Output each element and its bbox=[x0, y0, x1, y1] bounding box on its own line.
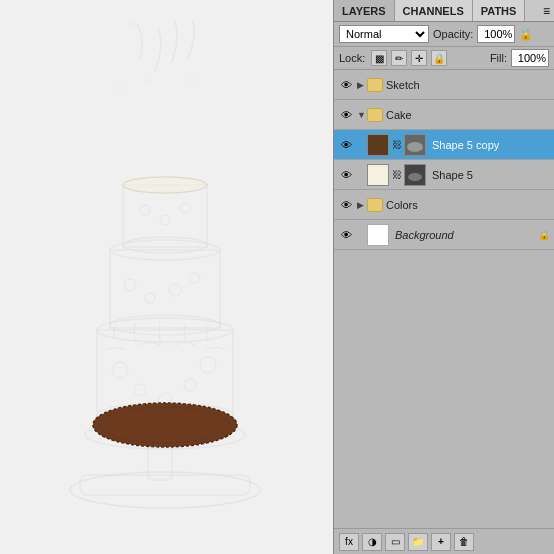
cake-illustration bbox=[20, 20, 310, 530]
svg-point-22 bbox=[190, 273, 200, 283]
svg-rect-17 bbox=[110, 250, 220, 328]
thumb-shape5copy bbox=[367, 134, 389, 156]
canvas-area bbox=[0, 0, 333, 554]
mask-link-shape5copy: ⛓ bbox=[392, 139, 402, 150]
panel-menu-icon[interactable]: ≡ bbox=[543, 4, 550, 18]
layers-panel: LAYERS CHANNELS PATHS ≡ Normal Multiply … bbox=[333, 0, 554, 554]
svg-point-2 bbox=[115, 85, 125, 95]
svg-point-11 bbox=[112, 362, 128, 378]
layer-colors[interactable]: 👁 ▶ Colors bbox=[334, 190, 554, 220]
svg-point-15 bbox=[200, 357, 216, 373]
opacity-input[interactable] bbox=[477, 25, 515, 43]
layers-list: 👁 ▶ Sketch 👁 ▼ Cake 👁 ⛓ Shape 5 copy bbox=[334, 70, 554, 528]
blend-row: Normal Multiply Screen Opacity: 🔒 bbox=[334, 22, 554, 47]
svg-point-0 bbox=[129, 20, 135, 26]
folder-icon-colors bbox=[367, 198, 383, 212]
svg-point-27 bbox=[160, 215, 170, 225]
thumb-shape5 bbox=[367, 164, 389, 186]
new-layer-button[interactable]: + bbox=[431, 533, 451, 551]
tab-layers[interactable]: LAYERS bbox=[334, 0, 395, 21]
lock-icon-background: 🔒 bbox=[538, 229, 550, 240]
folder-icon-sketch bbox=[367, 78, 383, 92]
folder-icon-cake bbox=[367, 108, 383, 122]
arrow-sketch: ▶ bbox=[357, 80, 367, 90]
eye-icon-shape5copy[interactable]: 👁 bbox=[338, 137, 354, 153]
lock-row: Lock: ▩ ✏ ✛ 🔒 Fill: bbox=[334, 47, 554, 70]
svg-rect-5 bbox=[80, 475, 250, 495]
tab-channels[interactable]: CHANNELS bbox=[395, 0, 473, 21]
svg-point-28 bbox=[180, 203, 190, 213]
eye-icon-sketch[interactable]: 👁 bbox=[338, 77, 354, 93]
layer-cake[interactable]: 👁 ▼ Cake bbox=[334, 100, 554, 130]
svg-point-26 bbox=[140, 205, 150, 215]
svg-point-14 bbox=[184, 379, 196, 391]
lock-label: Lock: bbox=[339, 52, 365, 64]
layer-name-background: Background bbox=[395, 229, 454, 241]
svg-point-3 bbox=[187, 77, 193, 83]
svg-point-21 bbox=[169, 284, 181, 296]
blend-mode-select[interactable]: Normal Multiply Screen bbox=[339, 25, 429, 43]
opacity-lock-icon: 🔒 bbox=[519, 28, 533, 41]
svg-point-1 bbox=[144, 74, 152, 82]
arrow-cake: ▼ bbox=[357, 110, 367, 120]
adjustment-button[interactable]: ◑ bbox=[362, 533, 382, 551]
mask-thumb-shape5 bbox=[404, 164, 426, 186]
svg-point-34 bbox=[369, 141, 387, 153]
eye-icon-shape5[interactable]: 👁 bbox=[338, 167, 354, 183]
tab-paths[interactable]: PATHS bbox=[473, 0, 526, 21]
lock-pixels-btn[interactable]: ✏ bbox=[391, 50, 407, 66]
svg-point-20 bbox=[145, 293, 155, 303]
layer-shape5[interactable]: 👁 ⛓ Shape 5 bbox=[334, 160, 554, 190]
eye-icon-cake[interactable]: 👁 bbox=[338, 107, 354, 123]
svg-rect-36 bbox=[370, 167, 386, 183]
layer-name-sketch: Sketch bbox=[386, 79, 420, 91]
layer-background[interactable]: 👁 Background 🔒 bbox=[334, 220, 554, 250]
panel-tabs: LAYERS CHANNELS PATHS ≡ bbox=[334, 0, 554, 22]
layer-sketch[interactable]: 👁 ▶ Sketch bbox=[334, 70, 554, 100]
lock-position-btn[interactable]: ✛ bbox=[411, 50, 427, 66]
arrow-colors: ▶ bbox=[357, 200, 367, 210]
svg-point-12 bbox=[134, 384, 146, 396]
layer-name-shape5: Shape 5 bbox=[432, 169, 473, 181]
layer-shape5copy[interactable]: 👁 ⛓ Shape 5 copy bbox=[334, 130, 554, 160]
svg-point-4 bbox=[70, 472, 260, 508]
svg-point-37 bbox=[408, 173, 422, 181]
opacity-label: Opacity: bbox=[433, 28, 473, 40]
group-button[interactable]: 📁 bbox=[408, 533, 428, 551]
lock-all-btn[interactable]: 🔒 bbox=[431, 50, 447, 66]
fill-label: Fill: bbox=[490, 52, 507, 64]
layer-name-colors: Colors bbox=[386, 199, 418, 211]
eye-icon-background[interactable]: 👁 bbox=[338, 227, 354, 243]
layer-name-shape5copy: Shape 5 copy bbox=[432, 139, 499, 151]
fx-button[interactable]: fx bbox=[339, 533, 359, 551]
svg-point-29 bbox=[123, 177, 207, 193]
thumb-background bbox=[367, 224, 389, 246]
svg-point-19 bbox=[124, 279, 136, 291]
delete-button[interactable]: 🗑 bbox=[454, 533, 474, 551]
mask-thumb-shape5copy bbox=[404, 134, 426, 156]
mask-button[interactable]: ▭ bbox=[385, 533, 405, 551]
lock-transparent-btn[interactable]: ▩ bbox=[371, 50, 387, 66]
svg-point-35 bbox=[407, 142, 423, 152]
layer-name-cake: Cake bbox=[386, 109, 412, 121]
mask-link-shape5: ⛓ bbox=[392, 169, 402, 180]
fill-input[interactable] bbox=[511, 49, 549, 67]
panel-bottom: fx ◑ ▭ 📁 + 🗑 bbox=[334, 528, 554, 554]
eye-icon-colors[interactable]: 👁 bbox=[338, 197, 354, 213]
